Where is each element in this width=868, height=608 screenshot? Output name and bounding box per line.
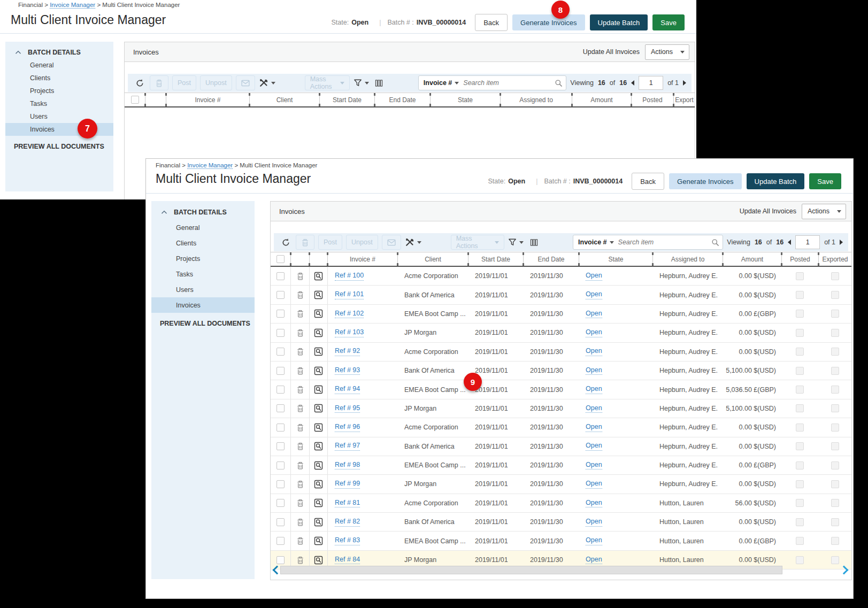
scrollbar-thumb[interactable] (280, 566, 782, 574)
preview-icon[interactable] (314, 442, 323, 451)
column-end-date[interactable]: End Date (523, 252, 579, 266)
exported-checkbox[interactable] (831, 348, 839, 356)
posted-checkbox[interactable] (796, 329, 804, 337)
preview-icon[interactable] (314, 423, 323, 432)
invoice-ref-link[interactable]: Ref # 81 (335, 499, 360, 508)
trash-icon[interactable] (296, 461, 304, 470)
sidebar-item-users[interactable]: Users (5, 110, 113, 123)
state-link[interactable]: Open (586, 290, 602, 299)
column-export[interactable]: Export (673, 93, 695, 106)
invoice-ref-link[interactable]: Ref # 102 (335, 310, 364, 319)
trash-icon[interactable] (296, 556, 304, 564)
column-state[interactable]: State (579, 252, 652, 266)
exported-checkbox[interactable] (831, 556, 839, 564)
posted-checkbox[interactable] (796, 424, 804, 432)
trash-icon[interactable] (296, 424, 304, 432)
back-button[interactable]: Back (475, 14, 508, 31)
column-amount[interactable]: Amount (572, 93, 631, 106)
posted-checkbox[interactable] (796, 272, 804, 280)
state-link[interactable]: Open (586, 385, 602, 394)
preview-icon[interactable] (314, 347, 323, 356)
preview-icon[interactable] (314, 290, 323, 299)
delete-button[interactable] (296, 235, 314, 250)
preview-icon[interactable] (314, 385, 323, 394)
column-posted[interactable]: Posted (631, 93, 673, 106)
sidebar-item-tasks[interactable]: Tasks (151, 266, 255, 282)
state-link[interactable]: Open (586, 442, 602, 451)
next-page-icon[interactable] (683, 80, 686, 86)
invoice-ref-link[interactable]: Ref # 83 (335, 536, 360, 545)
row-checkbox[interactable] (276, 348, 285, 356)
exported-checkbox[interactable] (831, 499, 839, 507)
invoice-ref-link[interactable]: Ref # 100 (335, 272, 364, 281)
state-link[interactable]: Open (586, 499, 602, 508)
trash-icon[interactable] (296, 499, 304, 507)
column-state[interactable]: State (430, 93, 500, 106)
preview-icon[interactable] (314, 498, 323, 507)
exported-checkbox[interactable] (831, 480, 839, 488)
post-button[interactable]: Post (172, 75, 196, 90)
update-batch-button[interactable]: Update Batch (590, 14, 648, 30)
state-link[interactable]: Open (586, 518, 602, 527)
posted-checkbox[interactable] (796, 310, 804, 318)
row-checkbox[interactable] (276, 329, 285, 337)
invoice-ref-link[interactable]: Ref # 92 (335, 347, 360, 356)
actions-dropdown[interactable]: Actions (802, 204, 846, 219)
delete-button[interactable] (150, 75, 168, 90)
row-checkbox[interactable] (276, 424, 285, 432)
trash-icon[interactable] (296, 518, 304, 526)
search-icon[interactable] (555, 79, 563, 87)
exported-checkbox[interactable] (831, 424, 839, 432)
state-link[interactable]: Open (586, 328, 602, 337)
page-number-input[interactable] (639, 76, 663, 90)
invoice-ref-link[interactable]: Ref # 93 (335, 366, 360, 375)
preview-all-documents-link[interactable]: PREVIEW ALL DOCUMENTS (151, 320, 255, 327)
exported-checkbox[interactable] (831, 367, 839, 375)
save-button[interactable]: Save (652, 14, 685, 30)
posted-checkbox[interactable] (796, 442, 804, 450)
column-end-date[interactable]: End Date (374, 93, 430, 106)
unpost-button[interactable]: Unpost (200, 75, 232, 90)
previous-page-icon[interactable] (631, 80, 634, 86)
sidebar-item-projects[interactable]: Projects (151, 251, 255, 266)
update-batch-button[interactable]: Update Batch (747, 173, 805, 189)
preview-icon[interactable] (314, 328, 323, 337)
row-checkbox[interactable] (276, 499, 285, 507)
row-checkbox[interactable] (276, 556, 285, 564)
column-posted[interactable]: Posted (781, 252, 818, 266)
preview-all-documents-link[interactable]: PREVIEW ALL DOCUMENTS (5, 143, 113, 150)
trash-icon[interactable] (296, 272, 304, 280)
exported-checkbox[interactable] (831, 518, 839, 526)
posted-checkbox[interactable] (796, 291, 804, 299)
sidebar-item-general[interactable]: General (151, 220, 255, 235)
row-checkbox[interactable] (276, 537, 285, 545)
preview-icon[interactable] (314, 480, 323, 489)
posted-checkbox[interactable] (796, 480, 804, 488)
trash-icon[interactable] (296, 310, 304, 318)
row-checkbox[interactable] (276, 404, 285, 412)
posted-checkbox[interactable] (796, 461, 804, 470)
sidebar-item-tasks[interactable]: Tasks (5, 97, 113, 110)
breadcrumb-link-invoice-manager[interactable]: Invoice Manager (187, 162, 233, 169)
select-all-checkbox[interactable] (131, 96, 139, 104)
state-link[interactable]: Open (586, 366, 602, 375)
save-button[interactable]: Save (809, 173, 841, 189)
row-checkbox[interactable] (276, 291, 285, 299)
posted-checkbox[interactable] (796, 556, 804, 564)
back-button[interactable]: Back (632, 173, 664, 190)
next-page-icon[interactable] (840, 240, 843, 245)
column-start-date[interactable]: Start Date (319, 93, 374, 106)
sidebar-item-projects[interactable]: Projects (5, 84, 113, 97)
preview-icon[interactable] (314, 366, 323, 375)
preview-icon[interactable] (314, 272, 323, 281)
invoice-ref-link[interactable]: Ref # 84 (335, 556, 360, 565)
invoice-ref-link[interactable]: Ref # 97 (335, 442, 360, 451)
search-icon[interactable] (711, 238, 719, 247)
filter-dropdown[interactable] (354, 79, 369, 87)
mass-actions-dropdown[interactable]: Mass Actions (305, 75, 350, 90)
search-category-dropdown[interactable]: Invoice # (578, 238, 614, 246)
exported-checkbox[interactable] (831, 537, 839, 545)
row-checkbox[interactable] (276, 518, 285, 526)
posted-checkbox[interactable] (796, 499, 804, 507)
sidebar-item-clients[interactable]: Clients (5, 72, 113, 84)
